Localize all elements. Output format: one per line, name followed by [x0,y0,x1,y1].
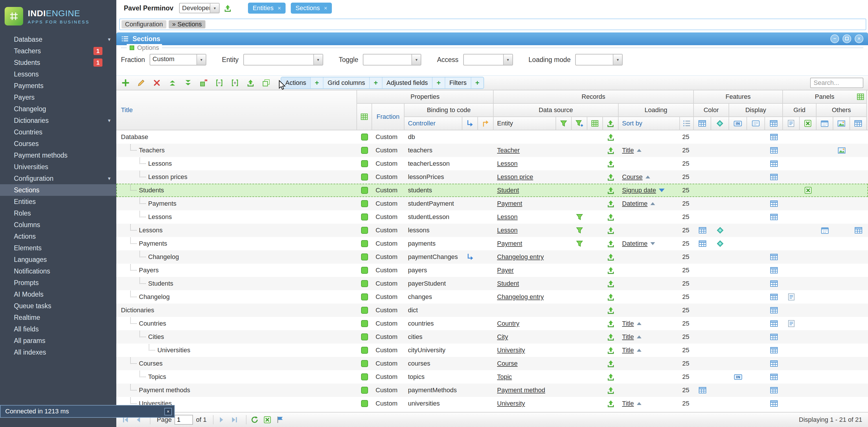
entity-link[interactable]: University [497,400,525,407]
sidebar-item-payment-methods[interactable]: Payment methods [0,149,116,161]
table-row[interactable]: UniversitiesCustomcityUniversityUniversi… [116,344,868,357]
refresh-button[interactable] [250,415,259,424]
collapse-button[interactable] [215,78,224,87]
sidebar-item-roles[interactable]: Roles [0,207,116,219]
sidebar-item-all-fields[interactable]: All fields [0,323,116,335]
last-page-button[interactable] [230,415,239,424]
table-row[interactable]: ChangelogCustompaymentChangesChangelog e… [116,250,868,264]
entity-link[interactable]: Lesson price [497,173,533,181]
sidebar-item-queue-tasks[interactable]: Queue tasks [0,300,116,312]
table-row[interactable]: TopicsCustomtopicsTopic25IN [116,370,868,383]
sort-link[interactable]: Title [622,333,634,341]
entity-link[interactable]: University [497,346,525,354]
add-button[interactable] [121,78,130,87]
entity-link[interactable]: Lesson [497,227,518,234]
table-row[interactable]: DictionariesCustomdict25 [116,304,868,317]
entity-link[interactable]: Topic [497,373,512,381]
sidebar-item-realtime[interactable]: Realtime [0,312,116,323]
next-page-button[interactable] [217,415,226,424]
table-row[interactable]: LessonsCustomlessonsLesson25 [116,224,868,237]
sidebar-item-all-indexes[interactable]: All indexes [0,346,116,358]
column-display-table[interactable] [765,117,783,130]
sidebar-item-languages[interactable]: Languages [0,254,116,265]
column-per-page[interactable] [680,117,694,130]
column-others-calendar[interactable] [816,117,833,130]
entity-link[interactable]: Payment [497,240,522,247]
sidebar-item-actions[interactable]: Actions [0,231,116,242]
entity-link[interactable]: Changelog entry [497,253,544,261]
close-icon[interactable]: × [277,5,281,11]
toggle-button[interactable] [199,78,208,87]
add-actions-button[interactable]: + [311,77,323,88]
sidebar-item-notifications[interactable]: Notifications [0,265,116,277]
sort-link[interactable]: Title [622,346,634,354]
column-display-card[interactable] [747,117,765,130]
column-grid-export[interactable] [800,117,816,130]
sort-link[interactable]: Datetime [622,240,648,247]
sidebar-item-payers[interactable]: Payers [0,91,116,103]
maximize-button[interactable] [842,34,851,43]
sidebar-item-ai-models[interactable]: AI Models [0,288,116,300]
move-up-button[interactable] [168,78,177,87]
sort-link[interactable]: Title [622,147,634,154]
add-grid-columns-button[interactable]: + [370,77,382,88]
table-row[interactable]: UniversitiesCustomuniversitiesUniversity… [116,397,868,410]
sidebar-item-dictionaries[interactable]: Dictionaries▾ [0,115,116,126]
column-color-table[interactable] [694,117,711,130]
entity-link[interactable]: City [497,333,508,341]
chevron-down-icon[interactable]: ▾ [411,54,421,65]
export-button[interactable] [263,415,272,424]
column-others-image[interactable] [833,117,850,130]
table-row[interactable]: Lesson pricesCustomlessonPricesLesson pr… [116,170,868,184]
entity-link[interactable]: Course [497,360,518,367]
chevron-down-icon[interactable]: ▾ [210,3,219,13]
flag-button[interactable] [275,415,285,424]
entity-link[interactable]: Country [497,320,519,328]
sidebar-item-sections[interactable]: Sections [0,184,116,196]
close-icon[interactable]: × [324,5,328,11]
sort-link[interactable]: Title [622,320,634,328]
sidebar-item-prompts[interactable]: Prompts [0,277,116,288]
sidebar-item-teachers[interactable]: Teachers1 [0,45,116,57]
sidebar-item-changelog[interactable]: Changelog [0,103,116,115]
grid-columns-button[interactable]: Grid columns [323,77,370,88]
expand-button[interactable] [230,78,240,87]
filters-button[interactable]: Filters [445,77,471,88]
sort-link[interactable]: Signup date [622,187,656,194]
column-color-diamond[interactable] [711,117,729,130]
entity-link[interactable]: Changelog entry [497,293,544,301]
delete-button[interactable] [152,78,161,87]
edit-button[interactable] [136,78,146,87]
toast-close-icon[interactable]: × [164,408,172,416]
column-header-title[interactable]: Title [116,90,357,130]
sidebar-item-payments[interactable]: Payments [0,80,116,91]
table-row[interactable]: CountriesCustomcountriesCountryTitle25 [116,317,868,330]
column-header-controller[interactable]: Controller [404,117,462,130]
chevron-down-icon[interactable]: ▾ [503,54,513,65]
breadcrumb-item-configuration[interactable]: Configuration [122,20,166,28]
table-row[interactable]: StudentsCustompayerStudentStudent25 [116,277,868,290]
entity-link[interactable]: Payer [497,266,514,274]
entity-link[interactable]: Lesson [497,160,518,167]
chevron-down-icon[interactable]: ▾ [613,54,622,65]
sidebar-item-configuration[interactable]: Configuration▾ [0,173,116,184]
column-header-entity[interactable]: Entity [494,117,556,130]
add-filters-button[interactable]: + [471,77,484,88]
table-row[interactable]: PayersCustompayersPayer25 [116,264,868,277]
column-branch-out[interactable] [478,117,494,130]
access-combobox[interactable]: ▾ [463,54,513,65]
search-input[interactable] [810,78,863,88]
table-row[interactable]: StudentsCustomstudentsStudentSignup date… [116,184,868,197]
adjusted-fields-button[interactable]: Adjusted fields [382,77,433,88]
table-row[interactable]: CitiesCustomcitiesCityTitle25 [116,330,868,344]
toggle-combobox[interactable]: ▾ [363,54,421,65]
sidebar-item-countries[interactable]: Countries [0,126,116,138]
page-input[interactable] [175,415,193,425]
table-row[interactable]: ChangelogCustomchangesChangelog entry25 [116,290,868,304]
entity-link[interactable]: Student [497,187,519,194]
column-header-fraction[interactable]: Fraction [372,104,404,130]
table-row[interactable]: Payment methodsCustompaymentMethodsPayme… [116,383,868,397]
chevron-down-icon[interactable]: ▾ [313,54,322,65]
table-row[interactable]: PaymentsCustompaymentsPaymentDatetime25 [116,237,868,250]
sidebar-item-all-params[interactable]: All params [0,335,116,346]
